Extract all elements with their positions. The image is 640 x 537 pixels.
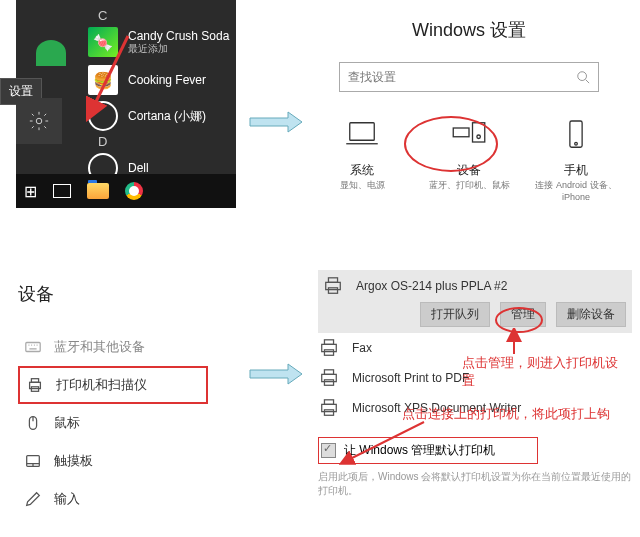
printer-icon	[318, 398, 340, 418]
category-system[interactable]: 系统 显知、电源	[314, 116, 410, 202]
cat-title: 手机	[528, 162, 624, 179]
sidebar-item-printers[interactable]: 打印机和扫描仪	[18, 366, 208, 404]
taskview-icon[interactable]	[53, 184, 71, 198]
svg-rect-8	[26, 343, 40, 352]
search-icon	[576, 70, 590, 84]
svg-rect-6	[570, 121, 582, 147]
svg-rect-21	[324, 370, 333, 375]
printer-label: Argox OS-214 plus PPLA #2	[356, 279, 507, 293]
devices-icon	[448, 116, 490, 154]
svg-rect-16	[328, 288, 337, 293]
sidebar-label: 输入	[54, 490, 80, 508]
sidebar-label: 鼠标	[54, 414, 80, 432]
printer-item-argox[interactable]: Argox OS-214 plus PPLA #2 打开队列 管理 删除设备	[318, 270, 632, 333]
gear-icon	[28, 110, 50, 132]
mouse-icon	[24, 414, 42, 432]
cat-title: 系统	[314, 162, 410, 179]
annotation-note-2: 点击连接上的打印机，将此项打上钩	[402, 405, 622, 423]
checkbox-label: 让 Windows 管理默认打印机	[344, 442, 495, 459]
cat-sub: 显知、电源	[314, 179, 410, 192]
category-phone[interactable]: 手机 连接 Android 设备、iPhone	[528, 116, 624, 202]
page-title: Windows 设置	[304, 18, 634, 42]
app-label: Candy Crush Soda 最近添加	[128, 29, 229, 55]
svg-rect-3	[453, 128, 469, 137]
letter-heading-c: C	[98, 8, 107, 23]
flow-arrow-1	[248, 110, 304, 134]
candy-tile-icon: 🍬	[88, 27, 118, 57]
file-explorer-icon[interactable]	[87, 183, 109, 199]
printer-actions: 打开队列 管理 删除设备	[318, 302, 632, 327]
touchpad-icon	[24, 452, 42, 470]
svg-rect-18	[324, 340, 333, 345]
svg-point-5	[477, 135, 481, 139]
svg-rect-19	[324, 350, 333, 355]
sidebar-item-touchpad[interactable]: 触摸板	[18, 442, 208, 480]
cortana-ring-icon	[88, 101, 118, 131]
open-queue-button[interactable]: 打开队列	[420, 302, 490, 327]
devices-sidebar: 设备 蓝牙和其他设备 打印机和扫描仪 鼠标 触摸板 输入	[18, 282, 208, 518]
category-row: 系统 显知、电源 设备 蓝牙、打印机、鼠标 手机 连接 Android 设备、i…	[304, 116, 634, 202]
printer-icon	[26, 376, 44, 394]
sidebar-label: 触摸板	[54, 452, 93, 470]
printer-icon	[322, 276, 344, 296]
cat-sub: 蓝牙、打印机、鼠标	[421, 179, 517, 192]
pen-icon	[24, 490, 42, 508]
svg-rect-24	[324, 400, 333, 405]
chrome-icon[interactable]	[125, 182, 143, 200]
category-devices[interactable]: 设备 蓝牙、打印机、鼠标	[421, 116, 517, 202]
taskbar: ⊞	[16, 174, 236, 208]
app-label: Cooking Fever	[128, 73, 206, 87]
manage-button[interactable]: 管理	[500, 302, 546, 327]
cat-title: 设备	[421, 162, 517, 179]
svg-rect-10	[31, 379, 38, 383]
sidebar-label: 打印机和扫描仪	[56, 376, 147, 394]
app-subtitle: 最近添加	[128, 43, 229, 55]
sidebar-item-bluetooth[interactable]: 蓝牙和其他设备	[18, 328, 208, 366]
app-label: Cortana (小娜)	[128, 109, 206, 123]
cat-sub: 连接 Android 设备、iPhone	[528, 179, 624, 202]
burger-tile-icon: 🍔	[88, 65, 118, 95]
svg-point-7	[575, 142, 578, 145]
app-row-candy[interactable]: 🍬 Candy Crush Soda 最近添加	[88, 24, 236, 60]
printer-icon	[318, 338, 340, 358]
keyboard-icon	[24, 338, 42, 356]
laptop-icon	[341, 116, 383, 154]
flow-arrow-2	[248, 362, 304, 386]
svg-rect-22	[324, 380, 333, 385]
sidebar-label: 蓝牙和其他设备	[54, 338, 145, 356]
svg-point-0	[36, 118, 42, 124]
checkbox-icon[interactable]	[321, 443, 336, 458]
svg-rect-2	[350, 123, 375, 141]
windows-start-icon[interactable]: ⊞	[24, 182, 37, 201]
printer-label: Microsoft Print to PDF	[352, 371, 469, 385]
settings-gear-button[interactable]	[16, 98, 62, 144]
printer-icon	[318, 368, 340, 388]
letter-heading-d: D	[98, 134, 107, 149]
svg-rect-15	[328, 278, 337, 283]
search-placeholder: 查找设置	[348, 69, 396, 86]
app-title: Candy Crush Soda	[128, 29, 229, 43]
svg-point-1	[578, 72, 587, 81]
app-row-cortana[interactable]: Cortana (小娜)	[88, 98, 236, 134]
printer-label: Fax	[352, 341, 372, 355]
annotation-note-1: 点击管理，则进入打印机设置	[462, 354, 622, 390]
avatar-partial-icon	[36, 40, 66, 66]
help-text: 启用此项后，Windows 会将默认打印机设置为你在当前位置最近使用的打印机。	[318, 470, 632, 498]
app-row-cooking[interactable]: 🍔 Cooking Fever	[88, 62, 236, 98]
svg-rect-25	[324, 410, 333, 415]
windows-settings-panel: Windows 设置 查找设置 系统 显知、电源 设备 蓝牙、打印机、鼠标 手机…	[304, 18, 634, 202]
phone-icon	[555, 116, 597, 154]
default-printer-checkbox-row[interactable]: 让 Windows 管理默认打印机	[318, 437, 538, 464]
search-input[interactable]: 查找设置	[339, 62, 599, 92]
remove-button[interactable]: 删除设备	[556, 302, 626, 327]
start-menu-panel: C D 🍬 Candy Crush Soda 最近添加 🍔 Cooking Fe…	[16, 0, 236, 194]
sidebar-item-mouse[interactable]: 鼠标	[18, 404, 208, 442]
sidebar-item-input[interactable]: 输入	[18, 480, 208, 518]
sidebar-header: 设备	[18, 282, 208, 306]
